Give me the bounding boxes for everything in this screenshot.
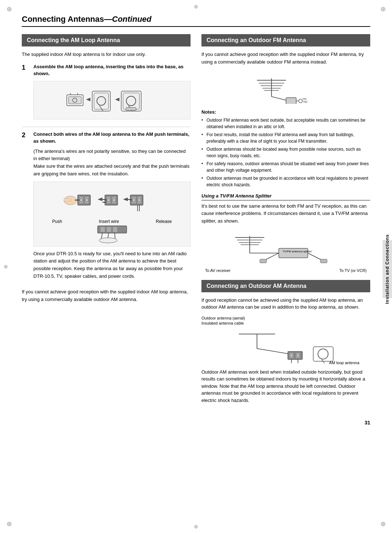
svg-line-69: [264, 253, 279, 260]
svg-rect-3: [69, 97, 81, 104]
page-container: Connecting Antennas—Continued Connecting…: [0, 0, 392, 533]
outdoor-am-intro: If good reception cannot be achieved usi…: [201, 297, 370, 311]
am-loop-section-box: Connecting the AM Loop Antenna: [22, 34, 191, 46]
step-2-number: 2: [22, 131, 29, 280]
am-loop-title: Connecting the AM Loop Antenna: [27, 37, 185, 44]
svg-line-75: [257, 349, 290, 354]
splitter-svg: TV/FM antenna splitter: [228, 229, 344, 266]
note-1: Outdoor FM antennas work best outside, b…: [201, 117, 370, 130]
step-1-number: 1: [22, 63, 29, 123]
note-2: For best results, install the outdoor FM…: [201, 131, 370, 145]
am-loop-intro: The supplied indoor AM loop antenna is f…: [22, 51, 191, 58]
svg-line-55: [271, 97, 286, 100]
svg-point-37: [138, 199, 141, 202]
aerial-label: Outdoor antenna (aerial): [201, 316, 370, 320]
outdoor-am-section-box: Connecting an Outdoor AM Antenna: [201, 280, 370, 292]
svg-point-80: [297, 354, 299, 357]
right-column: Connecting an Outdoor FM Antenna If you …: [201, 34, 370, 409]
step2-bottom-text: Once your DTR-10.5 is ready for use, you…: [33, 250, 191, 280]
splitter-section: Using a TV/FM Antenna Splitter It's best…: [201, 193, 370, 273]
outdoor-fm-section-box: Connecting an Outdoor FM Antenna: [201, 34, 370, 46]
svg-marker-10: [115, 98, 119, 101]
svg-point-29: [113, 199, 115, 202]
left-column: Connecting the AM Loop Antenna The suppl…: [22, 34, 191, 409]
step-2-body: (The antenna's wires are not polarity se…: [33, 148, 191, 178]
step-1: 1 Assemble the AM loop antenna, insertin…: [22, 63, 191, 127]
splitter-title: Using a TV/FM Antenna Splitter: [201, 193, 370, 200]
step-2-title: Connect both wires of the AM loop antenn…: [33, 131, 191, 145]
svg-point-79: [290, 354, 293, 357]
push-terminals-svg: [60, 184, 165, 217]
cable-label: Insulated antenna cable: [201, 321, 370, 325]
splitter-body: It's best not to use the same antenna fo…: [201, 203, 370, 225]
note-3: Outdoor antennas should be located away …: [201, 146, 370, 159]
step-2: 2 Connect both wires of the AM loop ante…: [22, 131, 191, 284]
svg-rect-43: [107, 227, 111, 232]
step-2-content: Connect both wires of the AM loop antenn…: [33, 131, 191, 280]
wire-connector-svg: [90, 224, 134, 244]
outdoor-fm-title: Connecting an Outdoor FM Antenna: [207, 37, 365, 44]
page-header: Connecting Antennas—Continued: [22, 15, 370, 27]
outdoor-am-body: Outdoor AM antennas work best when insta…: [201, 369, 370, 404]
svg-marker-32: [123, 198, 128, 201]
outdoor-fm-intro: If you cannot achieve good reception wit…: [201, 51, 370, 66]
step-1-title: Assemble the AM loop antenna, inserting …: [33, 63, 191, 77]
push-terminals-diagram: Push Insert wire Release: [33, 182, 191, 247]
svg-text:FM: FM: [303, 98, 306, 100]
svg-rect-71: [260, 259, 266, 263]
outdoor-am-labels: Outdoor antenna (aerial) Insulated anten…: [201, 316, 370, 325]
svg-line-45: [101, 233, 102, 239]
am-loop-bottom-text: If you cannot achieve good reception wit…: [22, 288, 191, 304]
page-number: 31: [22, 420, 370, 426]
svg-rect-42: [101, 227, 105, 232]
svg-point-57: [299, 99, 302, 103]
svg-rect-12: [123, 93, 139, 109]
note-4: For safety reasons, outdoor antennas sho…: [201, 160, 370, 174]
svg-text:75Ω: 75Ω: [303, 101, 307, 103]
insert-wire-label: Insert wire: [99, 219, 119, 224]
outdoor-am-title: Connecting an Outdoor AM Antenna: [207, 283, 365, 289]
notes-list: Outdoor FM antennas work best outside, b…: [201, 117, 370, 188]
svg-rect-17: [64, 199, 71, 202]
outdoor-am-svg: [232, 327, 340, 363]
step-1-content: Assemble the AM loop antenna, inserting …: [33, 63, 191, 123]
svg-point-36: [132, 199, 135, 202]
main-content: Connecting the AM Loop Antenna The suppl…: [22, 34, 370, 409]
notes-section: Notes: Outdoor FM antennas work best out…: [201, 109, 370, 188]
svg-point-21: [80, 199, 83, 202]
note-5: Outdoor antennas must be grounded in acc…: [201, 175, 370, 188]
svg-point-84: [318, 349, 328, 359]
svg-point-22: [85, 199, 88, 202]
svg-text:TV/FM antenna splitter: TV/FM antenna splitter: [282, 250, 312, 253]
svg-marker-5: [86, 98, 90, 101]
splitter-diagram: TV/FM antenna splitter To AV receiver To…: [201, 229, 370, 273]
release-label: Release: [156, 219, 172, 224]
svg-point-48: [99, 238, 117, 243]
svg-line-47: [115, 233, 115, 239]
svg-rect-56: [286, 98, 296, 104]
splitter-right-label: To TV (or VCR): [339, 268, 367, 273]
svg-rect-72: [320, 259, 327, 263]
page-title: Connecting Antennas—Continued: [22, 15, 370, 24]
assembly-diagram: [33, 81, 191, 119]
notes-title: Notes:: [201, 109, 370, 115]
splitter-labels: To AV receiver To TV (or VCR): [201, 268, 370, 273]
splitter-left-label: To AV receiver: [205, 268, 230, 273]
svg-rect-15: [126, 107, 136, 110]
outdoor-am-diagram: [201, 327, 370, 364]
svg-line-70: [308, 253, 322, 260]
svg-rect-7: [94, 93, 109, 109]
svg-point-28: [107, 199, 110, 202]
assembly-svg: [65, 86, 159, 115]
outdoor-am-diagram-container: Outdoor antenna (aerial) Insulated anten…: [201, 316, 370, 365]
svg-rect-44: [113, 227, 117, 232]
outdoor-fm-diagram: FM 75Ω: [201, 71, 370, 105]
outdoor-fm-svg: FM 75Ω: [250, 71, 322, 104]
push-label: Push: [52, 219, 62, 224]
svg-marker-24: [98, 198, 102, 201]
push-label-row: Push Insert wire Release: [34, 219, 190, 224]
